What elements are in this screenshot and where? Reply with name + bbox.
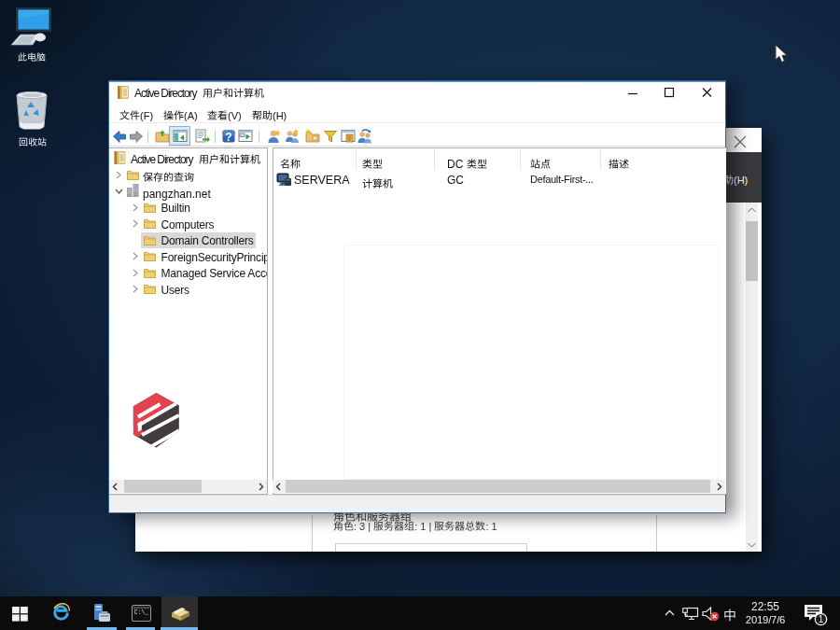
svg-text:C:\_: C:\_ (134, 609, 149, 616)
svg-text:1: 1 (819, 614, 824, 624)
svg-text:?: ? (225, 131, 231, 144)
